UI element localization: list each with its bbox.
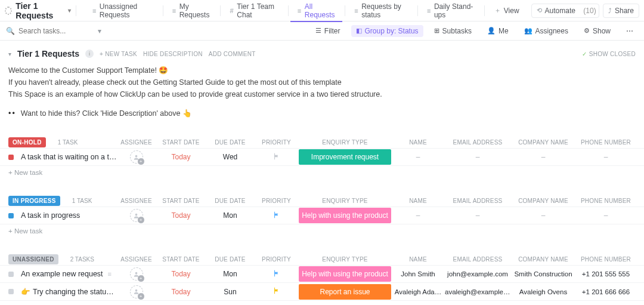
chevron-down-icon[interactable]: ▾: [98, 27, 101, 35]
phone-cell[interactable]: +1 201 555 555: [576, 270, 636, 278]
automate-button[interactable]: ⟲Automate (10): [532, 4, 599, 17]
gear-icon: ⚙: [584, 27, 590, 35]
due-date-cell[interactable]: Sun: [206, 288, 254, 296]
more-icon: ⋯: [626, 27, 633, 35]
task-menu-icon[interactable]: ≡: [108, 270, 112, 278]
assignee-avatar[interactable]: [130, 209, 143, 222]
chevron-down-icon: ▾: [68, 7, 71, 14]
task-name[interactable]: 👉Try changing the status to Escalate to …: [21, 287, 117, 296]
status-dot[interactable]: [8, 289, 14, 294]
enquiry-type-badge[interactable]: Help with using the product: [299, 208, 391, 223]
subtasks-button[interactable]: ⊞Subtasks: [429, 25, 476, 37]
add-comment-action[interactable]: ADD COMMENT: [209, 51, 256, 57]
company-cell[interactable]: Smith Construction: [510, 270, 576, 278]
priority-cell[interactable]: [254, 152, 299, 162]
add-view-button[interactable]: ＋View: [490, 4, 524, 17]
enquiry-type-badge[interactable]: Improvement request: [299, 149, 391, 165]
list-icon: #: [229, 7, 234, 14]
email-cell[interactable]: avaleigh@example.co: [445, 288, 510, 295]
status-badge[interactable]: UNASSIGNED: [8, 254, 58, 264]
list-icon: ≡: [426, 7, 432, 14]
space-title[interactable]: Tier 1 Requests▾: [16, 1, 70, 20]
group-by-button[interactable]: ◧Group by: Status: [351, 25, 423, 37]
plus-icon: ＋: [494, 6, 501, 15]
info-icon[interactable]: i: [85, 50, 94, 58]
priority-cell[interactable]: [254, 286, 299, 297]
priority-cell[interactable]: [254, 269, 299, 279]
task-name[interactable]: A task that is waiting on a third party: [21, 153, 117, 161]
tab-my-requests[interactable]: ≡My Requests: [165, 0, 218, 21]
due-date-cell[interactable]: Wed: [206, 153, 254, 161]
company-cell[interactable]: Avaleigh Ovens: [510, 288, 576, 295]
description-line: Welcome to the Customer Support Template…: [8, 64, 636, 76]
task-row[interactable]: A task in progress Today Mon Help with u…: [0, 207, 644, 224]
new-task-button[interactable]: New task: [0, 166, 644, 179]
assignee-avatar[interactable]: [130, 150, 143, 164]
email-cell[interactable]: –: [445, 153, 510, 161]
name-cell[interactable]: John Smith: [391, 270, 445, 278]
task-row[interactable]: A task that is waiting on a third party …: [0, 148, 644, 166]
due-date-cell[interactable]: Mon: [206, 270, 254, 278]
hide-description-action[interactable]: HIDE DESCRIPTION: [143, 51, 203, 57]
task-name[interactable]: An example new request≡: [21, 270, 117, 278]
new-task-button[interactable]: New task: [0, 224, 644, 238]
status-dot[interactable]: [8, 272, 14, 277]
phone-cell[interactable]: –: [576, 211, 636, 220]
check-icon: ✓: [582, 51, 587, 57]
start-date-cell[interactable]: Today: [156, 153, 206, 161]
status-dot[interactable]: [8, 213, 14, 218]
search-tasks[interactable]: 🔍 ▾: [6, 27, 101, 35]
list-title: Tier 1 Requests: [17, 49, 79, 58]
start-date-cell[interactable]: Today: [156, 270, 206, 278]
company-cell[interactable]: –: [510, 211, 576, 220]
description-line: If you haven't already, please check out…: [8, 76, 636, 88]
assignee-avatar[interactable]: [130, 285, 143, 298]
collapse-icon[interactable]: ••: [8, 107, 16, 119]
email-cell[interactable]: john@example.com: [445, 270, 510, 278]
tab-tier-1-team-chat[interactable]: #Tier 1 Team Chat: [223, 0, 286, 21]
status-dot[interactable]: [8, 155, 14, 160]
enquiry-type-badge[interactable]: Help with using the product: [299, 266, 391, 282]
enquiry-type-badge[interactable]: Report an issue: [299, 284, 391, 300]
name-cell[interactable]: Avaleigh Ada…: [391, 288, 445, 295]
svg-point-0: [135, 155, 138, 157]
list-icon: ≡: [91, 7, 97, 14]
me-button[interactable]: 👤Me: [482, 25, 513, 37]
chevron-down-icon[interactable]: ▾: [8, 51, 11, 57]
status-badge[interactable]: ON-HOLD: [8, 137, 46, 147]
svg-point-1: [135, 213, 138, 215]
filter-button[interactable]: ☰Filter: [311, 25, 345, 37]
priority-cell[interactable]: [254, 211, 299, 221]
assignees-button[interactable]: 👥Assignees: [519, 25, 573, 37]
automate-icon: ⟲: [537, 7, 542, 14]
task-row[interactable]: 👉Try changing the status to Escalate to …: [0, 283, 644, 301]
assignee-avatar[interactable]: [130, 267, 143, 281]
list-icon: ≡: [171, 7, 177, 14]
search-input[interactable]: [18, 27, 94, 35]
task-count: 2 TASKS: [70, 256, 94, 263]
name-cell[interactable]: –: [391, 211, 445, 220]
status-badge[interactable]: IN PROGRESS: [8, 196, 60, 206]
task-name[interactable]: A task in progress: [21, 211, 117, 220]
tab-unassigned-requests[interactable]: ≡Unassigned Requests: [85, 0, 160, 21]
people-icon: 👥: [524, 27, 532, 35]
tab-all-requests[interactable]: ≡All Requests: [290, 0, 342, 21]
new-task-action[interactable]: + NEW TASK: [100, 51, 137, 57]
show-button[interactable]: ⚙Show: [579, 25, 615, 37]
more-menu[interactable]: ⋯: [621, 25, 638, 37]
name-cell[interactable]: –: [391, 153, 445, 161]
list-icon: ≡: [354, 7, 359, 14]
phone-cell[interactable]: –: [576, 153, 636, 161]
tab-daily-stand-ups[interactable]: ≡Daily Stand-ups: [420, 0, 479, 21]
show-closed-action[interactable]: SHOW CLOSED: [589, 51, 636, 57]
start-date-cell[interactable]: Today: [156, 288, 206, 296]
email-cell[interactable]: –: [445, 211, 510, 220]
start-date-cell[interactable]: Today: [156, 211, 206, 220]
company-cell[interactable]: –: [510, 153, 576, 161]
phone-cell[interactable]: +1 201 666 666: [576, 288, 636, 295]
share-button[interactable]: ⤴Share: [603, 4, 639, 18]
tab-requests-by-status[interactable]: ≡Requests by status: [348, 0, 415, 21]
task-row[interactable]: An example new request≡ Today Mon Help w…: [0, 265, 644, 283]
loading-spinner: [5, 7, 12, 15]
due-date-cell[interactable]: Mon: [206, 211, 254, 220]
